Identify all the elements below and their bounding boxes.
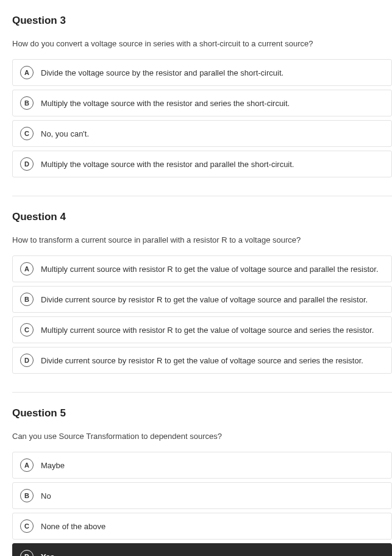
option-letter-icon: A [20, 66, 34, 79]
option-c[interactable]: C Multiply current source with resistor … [12, 316, 392, 343]
option-letter-icon: D [20, 157, 34, 171]
option-text: No [41, 491, 51, 501]
option-letter-icon: D [20, 550, 34, 556]
option-c[interactable]: C No, you can't. [12, 120, 392, 147]
question-prompt: How do you convert a voltage source in s… [12, 39, 392, 48]
option-letter-icon: A [20, 458, 34, 472]
option-b[interactable]: B No [12, 482, 392, 509]
option-d[interactable]: D Multiply the voltage source with the r… [12, 151, 392, 177]
question-prompt: How to transform a current source in par… [12, 235, 392, 244]
option-d[interactable]: D Divide current source by resistor R to… [12, 347, 392, 374]
options-list: A Maybe B No C None of the above D Yes [12, 452, 392, 556]
option-letter-icon: D [20, 354, 34, 367]
option-text: Multiply the voltage source with the res… [41, 99, 290, 108]
option-letter-icon: A [20, 262, 34, 276]
option-letter-icon: C [20, 323, 34, 337]
option-text: Multiply current source with resistor R … [41, 265, 379, 274]
option-a[interactable]: A Maybe [12, 452, 392, 479]
option-letter-icon: B [20, 96, 34, 110]
option-text: None of the above [41, 522, 105, 531]
option-letter-icon: B [20, 489, 34, 502]
option-text: Yes [41, 552, 54, 557]
question-block: Question 4 How to transform a current so… [0, 196, 392, 374]
question-block: Question 5 Can you use Source Transforma… [0, 393, 392, 556]
option-letter-icon: C [20, 519, 34, 533]
option-b[interactable]: B Multiply the voltage source with the r… [12, 90, 392, 116]
option-a[interactable]: A Divide the voltage source by the resis… [12, 59, 392, 86]
option-text: Maybe [41, 461, 65, 470]
question-title: Question 4 [12, 211, 392, 223]
option-b[interactable]: B Divide current source by resistor R to… [12, 286, 392, 313]
option-text: Multiply the voltage source with the res… [41, 160, 294, 169]
option-letter-icon: C [20, 127, 34, 140]
option-d[interactable]: D Yes [12, 543, 392, 556]
option-text: Divide the voltage source by the resisto… [41, 68, 283, 77]
option-text: Divide current source by resistor R to g… [41, 356, 363, 365]
option-text: Divide current source by resistor R to g… [41, 295, 368, 304]
option-letter-icon: B [20, 293, 34, 306]
option-a[interactable]: A Multiply current source with resistor … [12, 255, 392, 282]
question-title: Question 5 [12, 407, 392, 419]
options-list: A Divide the voltage source by the resis… [12, 59, 392, 177]
option-text: No, you can't. [41, 129, 89, 138]
option-text: Multiply current source with resistor R … [41, 326, 374, 335]
question-title: Question 3 [12, 15, 392, 27]
option-c[interactable]: C None of the above [12, 513, 392, 540]
options-list: A Multiply current source with resistor … [12, 255, 392, 374]
question-prompt: Can you use Source Transformation to dep… [12, 432, 392, 441]
question-block: Question 3 How do you convert a voltage … [0, 0, 392, 177]
